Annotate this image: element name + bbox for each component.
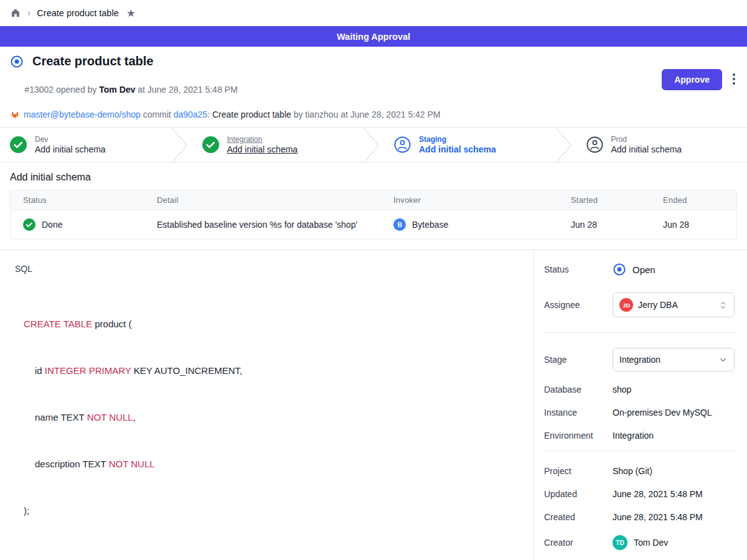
check-circle-icon bbox=[202, 136, 219, 153]
creator-value: Tom Dev bbox=[634, 538, 668, 548]
environment-value[interactable]: Integration bbox=[613, 431, 654, 441]
git-commit-word: commit bbox=[141, 110, 174, 119]
field-label: Status bbox=[544, 264, 613, 274]
field-label: Creator bbox=[544, 538, 613, 548]
task-started: Jun 28 bbox=[558, 212, 651, 238]
field-label: Instance bbox=[544, 408, 613, 418]
task-status: Done bbox=[42, 220, 62, 230]
project-value[interactable]: Shop (Git) bbox=[613, 466, 652, 476]
database-value[interactable]: shop bbox=[613, 385, 631, 394]
stage-value: Integration bbox=[619, 355, 713, 365]
divider bbox=[544, 450, 737, 451]
field-updated: Updated June 28, 2021 5:48 PM bbox=[544, 489, 737, 499]
git-commit-line: master@bytebase-demo/shop commit da90a25… bbox=[10, 110, 441, 119]
sql-label: SQL bbox=[15, 264, 519, 274]
field-label: Stage bbox=[544, 355, 613, 365]
stage-dev[interactable]: Dev Add initial schema bbox=[10, 128, 171, 162]
issue-meta: #13002 opened by Tom Dev at June 28, 202… bbox=[10, 75, 441, 105]
stage-pipeline: Dev Add initial schema Integration Add i… bbox=[0, 127, 747, 162]
field-label: Updated bbox=[544, 489, 613, 499]
stage-task-label: Add initial schema bbox=[611, 144, 682, 154]
updown-chevron-icon bbox=[718, 301, 728, 310]
sql-line: description TEXT NOT NULL bbox=[24, 456, 519, 472]
kebab-menu-icon[interactable] bbox=[731, 69, 737, 89]
home-icon[interactable] bbox=[10, 7, 21, 19]
table-row[interactable]: Done Established baseline version %s for… bbox=[11, 210, 736, 239]
divider bbox=[544, 332, 737, 333]
approve-button[interactable]: Approve bbox=[662, 69, 722, 90]
person-circle-icon bbox=[586, 136, 603, 153]
stage-env-label: Integration bbox=[227, 135, 298, 144]
issue-author: Tom Dev bbox=[99, 85, 135, 95]
updated-value: June 28, 2021 5:48 PM bbox=[613, 489, 703, 499]
field-environment: Environment Integration bbox=[544, 431, 737, 441]
meta-opened-by: opened by bbox=[54, 85, 99, 95]
status-banner: Waiting Approval bbox=[0, 26, 747, 47]
lower-panel: SQL CREATE TABLE product ( id INTEGER PR… bbox=[0, 250, 747, 560]
stage-task-label: Add initial schema bbox=[35, 144, 106, 154]
sql-line: CREATE TABLE product ( bbox=[24, 316, 519, 332]
breadcrumb: › Create product table ★ bbox=[0, 0, 747, 26]
stage-env-label: Dev bbox=[35, 135, 106, 144]
git-branch-link[interactable]: master@bytebase-demo/shop bbox=[24, 110, 141, 119]
field-project: Project Shop (Git) bbox=[544, 466, 737, 476]
breadcrumb-chevron-icon: › bbox=[27, 7, 31, 19]
avatar: B bbox=[393, 218, 406, 231]
stage-env-label: Staging bbox=[419, 135, 496, 144]
stage-prod[interactable]: Prod Add initial schema bbox=[571, 128, 747, 162]
task-invoker: Bytebase bbox=[412, 220, 448, 230]
issue-sidebar: Status Open Assignee JD Jerry DBA Stage bbox=[534, 250, 747, 560]
sql-line: name TEXT NOT NULL, bbox=[24, 409, 519, 425]
issue-header-actions: Approve bbox=[662, 69, 737, 119]
assignee-select[interactable]: JD Jerry DBA bbox=[613, 292, 735, 317]
breadcrumb-current[interactable]: Create product table bbox=[37, 8, 118, 18]
field-instance: Instance On-premises Dev MySQL bbox=[544, 408, 737, 418]
task-table-header: Status Detail Invoker Started Ended bbox=[11, 190, 736, 210]
open-status-icon bbox=[10, 55, 24, 68]
column-ended: Ended bbox=[651, 190, 736, 210]
status-value: Open bbox=[632, 264, 655, 275]
stage-separator bbox=[171, 128, 187, 162]
git-separator: : bbox=[207, 110, 212, 119]
field-assignee: Assignee JD Jerry DBA bbox=[544, 292, 737, 317]
instance-value[interactable]: On-premises Dev MySQL bbox=[613, 408, 712, 418]
field-database: Database shop bbox=[544, 385, 737, 394]
stage-separator bbox=[363, 128, 379, 162]
star-icon[interactable]: ★ bbox=[126, 7, 136, 20]
sql-code-block: CREATE TABLE product ( id INTEGER PRIMAR… bbox=[24, 285, 519, 549]
issue-time: at June 28, 2021 5:48 PM bbox=[135, 85, 237, 95]
task-section-heading: Add initial schema bbox=[10, 172, 737, 183]
created-value: June 28, 2021 5:48 PM bbox=[613, 512, 703, 522]
column-status: Status bbox=[11, 190, 144, 210]
check-circle-icon bbox=[10, 136, 27, 153]
field-label: Project bbox=[544, 466, 613, 476]
column-started: Started bbox=[558, 190, 651, 210]
stage-staging[interactable]: Staging Add initial schema bbox=[379, 128, 555, 162]
stage-integration[interactable]: Integration Add initial schema bbox=[187, 128, 364, 162]
task-detail: Established baseline version %s for data… bbox=[144, 212, 381, 238]
field-label: Environment bbox=[544, 431, 613, 441]
sql-line: ); bbox=[24, 503, 519, 518]
status-banner-text: Waiting Approval bbox=[337, 32, 410, 42]
field-label: Database bbox=[544, 385, 613, 394]
stage-select[interactable]: Integration bbox=[613, 348, 735, 371]
main-column: SQL CREATE TABLE product ( id INTEGER PR… bbox=[0, 250, 534, 560]
field-stage: Stage Integration bbox=[544, 348, 737, 371]
git-commit-hash-link[interactable]: da90a25 bbox=[174, 110, 208, 119]
issue-number: #13002 bbox=[24, 85, 54, 95]
task-table: Status Detail Invoker Started Ended Done… bbox=[10, 190, 737, 240]
field-label: Assignee bbox=[544, 300, 613, 310]
column-invoker: Invoker bbox=[381, 190, 558, 210]
git-byline: by tianzhou at June 28, 2021 5:42 PM bbox=[291, 110, 441, 119]
check-circle-icon bbox=[23, 218, 35, 231]
git-commit-message: Create product table bbox=[212, 110, 291, 119]
stage-task-label: Add initial schema bbox=[419, 144, 496, 154]
assignee-value: Jerry DBA bbox=[638, 300, 713, 310]
stage-env-label: Prod bbox=[611, 135, 682, 144]
field-status: Status Open bbox=[544, 263, 737, 276]
sql-line: id INTEGER PRIMARY KEY AUTO_INCREMENT, bbox=[24, 363, 519, 378]
person-circle-icon bbox=[394, 136, 411, 153]
field-label: Created bbox=[544, 512, 613, 522]
stage-task-label: Add initial schema bbox=[227, 144, 298, 154]
chevron-down-icon bbox=[718, 355, 728, 365]
